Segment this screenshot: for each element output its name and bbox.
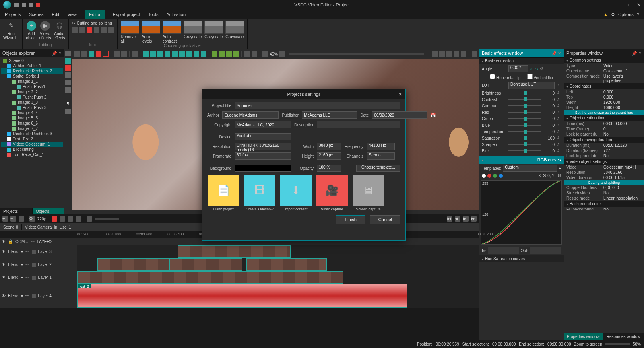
reset-icon[interactable]: ↺ xyxy=(556,97,561,102)
square-icon[interactable] xyxy=(32,294,36,298)
prop-row[interactable]: Stretch videoNo xyxy=(564,190,644,196)
resolution-select[interactable]: Ultra HD 4K 3840x2160 pixels (16 xyxy=(235,143,291,150)
clear-icon[interactable] xyxy=(103,51,109,57)
order-icon[interactable] xyxy=(226,51,232,57)
reset-icon[interactable]: ↺ xyxy=(556,91,561,95)
redo-icon[interactable] xyxy=(121,51,127,57)
prop-row[interactable]: Time (ms)00:00:00.000 xyxy=(564,121,644,126)
project-title-input[interactable] xyxy=(235,102,400,109)
tree-item[interactable]: Text: Text 2 xyxy=(1,136,63,142)
layout-icon[interactable] xyxy=(454,51,459,57)
tree-item[interactable]: Image: 5_5 xyxy=(1,115,63,121)
clip[interactable] xyxy=(97,258,170,271)
tree-item[interactable]: Image: 3_3 xyxy=(1,100,63,105)
gear-icon[interactable]: ⚙ xyxy=(611,12,615,17)
action-strip[interactable]: Cutting and splitting xyxy=(564,180,644,185)
cut-icon[interactable] xyxy=(74,51,80,57)
tree-item[interactable]: Image: 1_1 xyxy=(1,79,63,84)
wave-icon[interactable]: 〰 xyxy=(25,262,29,267)
step-back-icon[interactable]: ◀ xyxy=(455,216,460,222)
menu-scenes[interactable]: Scenes xyxy=(29,12,44,17)
number-icon[interactable]: 5 xyxy=(65,101,71,107)
tree-item[interactable]: Scene 0 xyxy=(1,58,63,63)
in-input[interactable] xyxy=(488,247,519,254)
tool-icon[interactable] xyxy=(87,27,92,33)
close-icon[interactable]: ✕ xyxy=(637,2,641,8)
menu-view[interactable]: View xyxy=(67,12,77,17)
quality-label[interactable]: 720p xyxy=(37,217,46,221)
frequency-select[interactable]: 44100 Hz xyxy=(367,143,395,150)
add-icon[interactable]: + xyxy=(559,166,561,171)
layout-icon[interactable] xyxy=(432,51,438,57)
author-input[interactable] xyxy=(222,111,279,119)
reset-icon[interactable]: ↺ xyxy=(556,148,561,153)
align-icon[interactable] xyxy=(150,51,156,57)
align-icon[interactable] xyxy=(194,51,199,57)
pin-icon[interactable]: 📌 xyxy=(52,51,57,56)
style-grayscale[interactable]: Grayscale xyxy=(225,21,244,43)
channels-select[interactable]: Stereo xyxy=(367,152,395,160)
select-all-icon[interactable] xyxy=(132,51,138,57)
eye-icon[interactable] xyxy=(19,216,24,222)
chevron-down-icon[interactable] xyxy=(279,51,285,57)
run-wizard-button[interactable]: ✎ Run Wizard... xyxy=(3,21,19,40)
clip[interactable] xyxy=(77,271,343,284)
menu-export[interactable]: Export project xyxy=(113,12,140,17)
align-icon[interactable] xyxy=(186,51,192,57)
record-icon[interactable] xyxy=(36,3,40,7)
tree-item[interactable]: Rechteck: Rechteck 3 xyxy=(1,131,63,136)
prop-section[interactable]: Object drawing duration xyxy=(564,137,644,143)
add-track-icon[interactable]: + xyxy=(2,216,8,222)
style-auto-levels[interactable]: Auto levels xyxy=(142,21,160,43)
zoom-slider[interactable] xyxy=(605,343,630,345)
templates-select[interactable]: Custom xyxy=(503,165,557,172)
close-icon[interactable]: ✕ xyxy=(398,92,402,97)
tile-video-capture[interactable]: 🎥Video capture xyxy=(316,175,348,211)
angle-input[interactable]: 0.00 ° xyxy=(508,65,528,72)
prop-row[interactable]: TypeVideo xyxy=(564,63,644,68)
skip-end-icon[interactable]: ⏭ xyxy=(471,216,477,222)
square-icon[interactable] xyxy=(32,250,36,254)
description-input[interactable] xyxy=(317,121,400,128)
breadcrumb-scene[interactable]: Scene 0 xyxy=(0,224,22,230)
pin-icon[interactable]: 📌 xyxy=(551,51,556,56)
add-object-button[interactable]: +Add object xyxy=(26,21,37,40)
reset-icon[interactable]: ↺ xyxy=(556,103,561,108)
remove-track-icon[interactable]: − xyxy=(10,216,16,222)
align-icon[interactable] xyxy=(179,51,185,57)
reset-icon[interactable]: ↺ xyxy=(556,83,561,88)
undo-icon[interactable] xyxy=(94,27,99,33)
zoom-icon[interactable] xyxy=(262,51,268,57)
prop-row[interactable]: Resolution3840 2160 xyxy=(564,170,644,175)
zoom-slider[interactable] xyxy=(289,53,424,55)
wave-icon[interactable]: 〰 xyxy=(25,275,29,280)
prop-section[interactable]: Common settings xyxy=(564,57,644,63)
out-input[interactable] xyxy=(530,247,561,254)
warning-icon[interactable]: ▲ xyxy=(603,12,608,17)
style-remove-all[interactable]: Remove all xyxy=(121,21,139,43)
prop-section[interactable]: Video object settings xyxy=(564,159,644,165)
prop-row[interactable]: Resize modeLinear interpolation xyxy=(564,196,644,201)
blur-slider[interactable] xyxy=(508,150,541,151)
prop-section[interactable]: Coordinates xyxy=(564,83,644,89)
wave-icon[interactable]: 〰 xyxy=(31,239,35,244)
sharpen-slider[interactable] xyxy=(508,144,541,145)
prop-row[interactable]: Duration (ms)00:00:12.128 xyxy=(564,143,644,148)
close-icon[interactable]: ✕ xyxy=(58,51,62,56)
menu-activation[interactable]: Activation xyxy=(166,12,186,17)
tab-properties[interactable]: Properties window xyxy=(564,333,603,340)
hflip-checkbox[interactable]: Horizontal flip xyxy=(490,74,520,80)
tile-blank-project[interactable]: 📄Blank project xyxy=(207,175,239,211)
tile-create-slideshow[interactable]: 🎞Create slideshow xyxy=(244,175,276,211)
play-icon[interactable] xyxy=(52,216,57,222)
height-input[interactable]: 2160 px xyxy=(317,152,341,160)
prop-row[interactable]: Lock to parent duNo xyxy=(564,153,644,159)
order-icon[interactable] xyxy=(219,51,225,57)
square-icon[interactable] xyxy=(32,263,36,267)
calendar-icon[interactable]: 📅 xyxy=(430,113,436,118)
square-icon[interactable] xyxy=(32,276,36,280)
maximize-icon[interactable]: □ xyxy=(628,2,631,8)
layout-icon[interactable] xyxy=(446,51,452,57)
quick-icon[interactable] xyxy=(14,3,19,7)
volume-icon[interactable] xyxy=(87,216,92,222)
